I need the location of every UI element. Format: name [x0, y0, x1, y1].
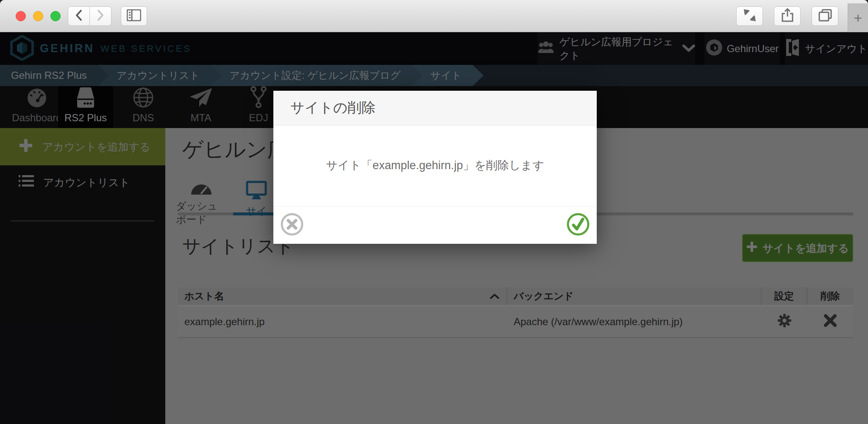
dialog-footer — [273, 206, 597, 243]
tabs-overview-icon — [818, 9, 832, 23]
back-button[interactable] — [68, 6, 90, 26]
window-zoom-button[interactable] — [50, 11, 61, 21]
dialog-body: サイト「example.gehirn.jp」を削除します — [273, 126, 597, 206]
chevron-left-icon — [74, 9, 83, 23]
delete-site-dialog: サイトの削除 サイト「example.gehirn.jp」を削除します — [273, 91, 597, 244]
plus-icon: + — [854, 10, 862, 26]
window-minimize-button[interactable] — [33, 11, 43, 21]
window-close-button[interactable] — [16, 11, 26, 21]
app-window: + GEHIRN WEB SERVICES — [0, 0, 868, 424]
fullscreen-icon — [743, 9, 756, 23]
sidebar-toggle-button[interactable] — [121, 6, 147, 26]
dialog-header: サイトの削除 — [273, 91, 597, 126]
chevron-right-icon — [96, 9, 105, 23]
history-buttons — [68, 6, 111, 26]
tab-overview-button[interactable] — [812, 6, 838, 26]
new-tab-button[interactable]: + — [848, 3, 868, 32]
forward-button[interactable] — [89, 6, 111, 26]
fullscreen-button[interactable] — [736, 6, 763, 26]
circle-check-icon — [566, 212, 590, 238]
sidebar-toggle-icon — [127, 9, 141, 23]
browser-toolbar: + — [0, 0, 868, 32]
dialog-title: サイトの削除 — [290, 98, 376, 117]
dialog-cancel-button[interactable] — [280, 213, 304, 237]
dialog-confirm-button[interactable] — [566, 213, 590, 237]
share-icon — [781, 8, 794, 24]
dialog-message: サイト「example.gehirn.jp」を削除します — [326, 158, 544, 206]
share-button[interactable] — [774, 6, 801, 26]
circle-x-icon — [280, 212, 304, 238]
